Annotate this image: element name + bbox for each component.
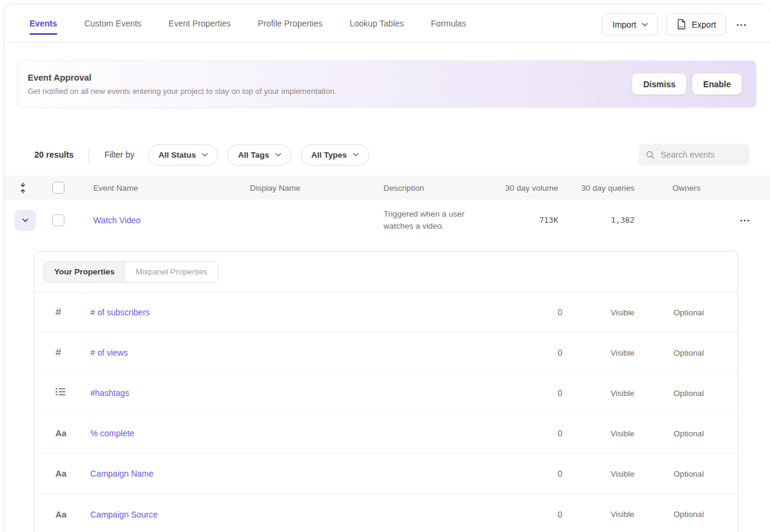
filter-row: 20 results Filter by All Status All Tags… — [4, 144, 770, 165]
property-visibility: Visible — [589, 389, 656, 398]
row-checkbox[interactable] — [52, 214, 64, 226]
select-all-checkbox[interactable] — [52, 182, 64, 194]
property-count: 0 — [505, 308, 589, 317]
event-30-day-queries: 1,382 — [558, 215, 635, 224]
chevron-down-icon — [642, 23, 648, 26]
search-icon — [646, 150, 654, 160]
collapse-rows-icon[interactable] — [19, 182, 27, 194]
properties-panel-header: Your Properties Mixpanel Properties — [34, 252, 737, 292]
properties-panel: Your Properties Mixpanel Properties # # … — [34, 251, 738, 532]
text-type-icon: Aa — [34, 510, 90, 519]
property-visibility: Visible — [589, 469, 656, 478]
property-row: # # of subscribers 0 Visible Optional — [34, 292, 737, 333]
import-button[interactable]: Import — [602, 13, 658, 36]
import-button-label: Import — [612, 20, 636, 29]
banner-title: Event Approval — [28, 73, 337, 82]
row-expand-chevron-icon — [22, 218, 28, 222]
column-display-name[interactable]: Display Name — [239, 184, 373, 193]
property-name-link[interactable]: #hashtags — [90, 388, 505, 398]
property-count: 0 — [505, 510, 589, 519]
event-name-link[interactable]: Watch Video — [82, 215, 239, 225]
search-input[interactable] — [660, 150, 742, 159]
property-row: Aa Campaign Source 0 Visible Optional — [34, 494, 737, 532]
property-name-link[interactable]: % complete — [90, 428, 505, 438]
property-count: 0 — [505, 348, 589, 357]
tab-custom-events[interactable]: Custom Events — [84, 19, 141, 28]
divider — [88, 147, 89, 163]
status-filter-dropdown[interactable]: All Status — [148, 144, 218, 165]
property-visibility: Visible — [589, 348, 656, 357]
property-visibility: Visible — [589, 510, 656, 519]
tab-formulas[interactable]: Formulas — [431, 19, 466, 28]
chevron-down-icon — [353, 153, 359, 156]
svg-text:csv: csv — [677, 25, 684, 29]
tab-event-properties[interactable]: Event Properties — [169, 19, 231, 28]
column-30-day-queries[interactable]: 30 day queries — [558, 184, 635, 193]
property-status: Optional — [656, 389, 722, 398]
property-row: #hashtags 0 Visible Optional — [34, 373, 737, 413]
property-name-link[interactable]: Campaign Source — [90, 510, 505, 519]
tags-filter-label: All Tags — [238, 150, 269, 159]
types-filter-label: All Types — [311, 150, 347, 159]
property-row: # # of views 0 Visible Optional — [34, 333, 737, 373]
property-count: 0 — [505, 469, 589, 478]
chevron-down-icon — [275, 153, 281, 156]
text-type-icon: Aa — [34, 428, 90, 438]
property-status: Optional — [656, 469, 722, 478]
enable-button[interactable]: Enable — [692, 73, 742, 94]
app-window: Events Custom Events Event Properties Pr… — [4, 4, 770, 532]
column-event-name[interactable]: Event Name — [82, 184, 239, 193]
dismiss-button[interactable]: Dismiss — [632, 73, 686, 94]
tab-profile-properties[interactable]: Profile Properties — [258, 19, 322, 28]
row-expand-button[interactable] — [14, 209, 36, 231]
row-more-menu-icon[interactable]: ••• — [721, 213, 770, 227]
property-name-link[interactable]: Campaign Name — [90, 469, 505, 478]
more-menu-icon[interactable]: ••• — [734, 17, 750, 32]
event-table-row: Watch Video Triggered when a user watche… — [4, 200, 770, 240]
table-header: Event Name Display Name Description 30 d… — [4, 176, 770, 200]
event-description: Triggered when a user watches a video. — [373, 208, 487, 232]
list-type-icon — [34, 388, 90, 398]
text-type-icon: Aa — [34, 469, 90, 478]
property-count: 0 — [505, 428, 589, 438]
export-button[interactable]: csv Export — [666, 13, 726, 36]
filter-by-label: Filter by — [104, 150, 134, 159]
banner-text: Event Approval Get notified on all new e… — [28, 73, 337, 96]
export-button-label: Export — [692, 20, 716, 29]
event-approval-banner: Event Approval Get notified on all new e… — [17, 60, 757, 108]
banner-subtitle: Get notified on all new events entering … — [28, 87, 337, 96]
chevron-down-icon — [202, 153, 208, 156]
types-filter-dropdown[interactable]: All Types — [301, 144, 369, 165]
property-status: Optional — [656, 429, 722, 438]
event-30-day-volume: 713K — [487, 215, 558, 224]
tags-filter-dropdown[interactable]: All Tags — [228, 144, 291, 165]
property-status: Optional — [656, 308, 722, 317]
csv-file-icon: csv — [676, 19, 686, 30]
nav-tabs: Events Custom Events Event Properties Pr… — [29, 4, 466, 28]
results-count: 20 results — [34, 150, 73, 159]
tab-events[interactable]: Events — [29, 19, 57, 28]
property-count: 0 — [505, 388, 589, 398]
property-name-link[interactable]: # of subscribers — [90, 308, 505, 317]
property-visibility: Visible — [589, 308, 656, 317]
number-type-icon: # — [34, 347, 90, 359]
banner-actions: Dismiss Enable — [632, 73, 742, 94]
nav-actions: Import csv Export ••• — [602, 4, 770, 36]
property-status: Optional — [656, 510, 722, 519]
property-row: Aa Campaign Name 0 Visible Optional — [34, 454, 737, 494]
property-name-link[interactable]: # of views — [90, 348, 505, 357]
column-30-day-volume[interactable]: 30 day volume — [487, 184, 558, 193]
property-row: Aa % complete 0 Visible Optional — [34, 413, 737, 454]
search-box — [639, 144, 750, 165]
tab-lookup-tables[interactable]: Lookup Tables — [350, 19, 404, 28]
number-type-icon: # — [34, 306, 90, 318]
column-description[interactable]: Description — [373, 184, 487, 193]
property-status: Optional — [656, 348, 722, 357]
properties-tabs: Your Properties Mixpanel Properties — [43, 261, 219, 283]
top-navbar: Events Custom Events Event Properties Pr… — [4, 4, 770, 43]
column-owners[interactable]: Owners — [635, 184, 721, 193]
tab-mixpanel-properties[interactable]: Mixpanel Properties — [125, 262, 217, 282]
property-visibility: Visible — [589, 429, 656, 438]
tab-your-properties[interactable]: Your Properties — [44, 262, 125, 282]
status-filter-label: All Status — [158, 150, 196, 159]
